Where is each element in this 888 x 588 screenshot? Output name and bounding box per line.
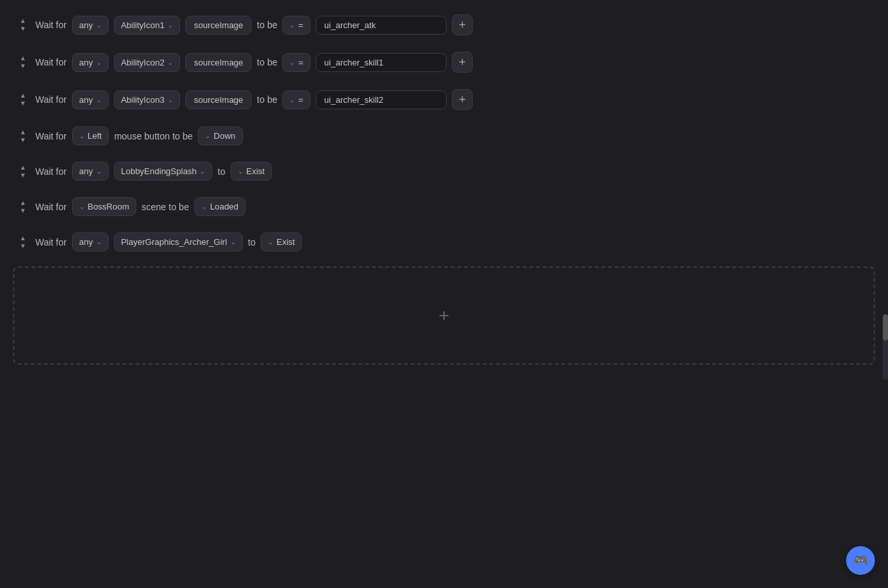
row-1-wait-for-label: Wait for bbox=[35, 20, 67, 30]
row-7-state-value: Exist bbox=[276, 237, 295, 247]
row-2-object-name: AbilityIcon2 bbox=[121, 58, 164, 67]
row-3-wait-for-label: Wait for bbox=[35, 94, 67, 105]
row-2-arrows: ▲ ▼ bbox=[16, 54, 30, 70]
row-2-operator-value: = bbox=[298, 58, 303, 67]
row-4-side-chevron: ⌄ bbox=[79, 132, 84, 139]
row-4-button-state-value: Down bbox=[213, 131, 235, 141]
row-4-button-side-value: Left bbox=[88, 131, 102, 141]
row-3-up[interactable]: ▲ bbox=[18, 92, 28, 100]
row-3-value-input[interactable]: ui_archer_skill2 bbox=[316, 90, 447, 109]
row-7: ▲ ▼ Wait for any ⌄ PlayerGraphics_Archer… bbox=[13, 225, 875, 260]
row-5-arrows: ▲ ▼ bbox=[16, 164, 30, 179]
row-2-operator-pill[interactable]: ⌄ = bbox=[282, 53, 310, 72]
row-5-state-value: Exist bbox=[246, 166, 265, 176]
row-2-qualifier-chevron: ⌄ bbox=[96, 59, 102, 66]
row-7-state-pill[interactable]: ⌄ Exist bbox=[261, 232, 302, 251]
row-3-qualifier-chevron: ⌄ bbox=[96, 96, 102, 103]
row-1-operator-chevron: ⌄ bbox=[289, 22, 295, 29]
row-1-arrows: ▲ ▼ bbox=[16, 17, 30, 33]
row-1-down[interactable]: ▼ bbox=[18, 25, 28, 33]
row-2-up[interactable]: ▲ bbox=[18, 54, 28, 62]
row-7-qualifier-pill[interactable]: any ⌄ bbox=[72, 232, 109, 251]
row-6-scene-name: BossRoom bbox=[88, 202, 130, 211]
row-1-to-be-label: to be bbox=[257, 20, 277, 30]
row-5-to-label: to bbox=[217, 166, 225, 177]
row-7-object-chevron: ⌄ bbox=[231, 238, 236, 246]
row-2-add-btn[interactable]: + bbox=[452, 52, 473, 73]
row-3-operator-pill[interactable]: ⌄ = bbox=[282, 90, 310, 109]
row-3-add-btn[interactable]: + bbox=[452, 89, 473, 110]
row-7-wait-for-label: Wait for bbox=[35, 237, 67, 248]
row-1-up[interactable]: ▲ bbox=[18, 17, 28, 25]
row-7-up[interactable]: ▲ bbox=[18, 234, 28, 242]
row-3-qualifier-value: any bbox=[79, 95, 93, 105]
row-1-operator-value: = bbox=[298, 20, 303, 30]
row-6-wait-for-label: Wait for bbox=[35, 202, 67, 212]
row-3-property: sourceImage bbox=[185, 90, 251, 109]
row-5-qualifier-value: any bbox=[79, 166, 93, 176]
row-4: ▲ ▼ Wait for ⌄ Left mouse button to be ⌄… bbox=[13, 119, 875, 154]
row-5-up[interactable]: ▲ bbox=[18, 164, 28, 172]
row-3-operator-value: = bbox=[298, 95, 303, 105]
row-4-state-chevron: ⌄ bbox=[205, 132, 210, 139]
add-row-area[interactable]: + bbox=[13, 266, 875, 365]
row-4-up[interactable]: ▲ bbox=[18, 128, 28, 136]
conditions-list: ▲ ▼ Wait for any ⌄ AbilityIcon1 ⌄ source… bbox=[0, 0, 888, 378]
row-2-operator-chevron: ⌄ bbox=[289, 59, 295, 66]
row-5-state-pill[interactable]: ⌄ Exist bbox=[231, 162, 272, 181]
row-3-object-name: AbilityIcon3 bbox=[121, 95, 164, 105]
row-5-qualifier-pill[interactable]: any ⌄ bbox=[72, 162, 109, 181]
row-6-loaded-chevron: ⌄ bbox=[202, 203, 207, 210]
row-2-qualifier-pill[interactable]: any ⌄ bbox=[72, 53, 109, 72]
row-1-qualifier-pill[interactable]: any ⌄ bbox=[72, 16, 109, 35]
help-icon: 🎮 bbox=[853, 553, 868, 568]
row-1-add-btn[interactable]: + bbox=[452, 14, 473, 35]
row-5-wait-for-label: Wait for bbox=[35, 166, 67, 177]
row-6-loaded-value: Loaded bbox=[210, 202, 238, 211]
row-4-arrows: ▲ ▼ bbox=[16, 128, 30, 144]
row-2-value-input[interactable]: ui_archer_skill1 bbox=[316, 53, 447, 72]
help-button[interactable]: 🎮 bbox=[846, 546, 875, 575]
row-6-scene-to-be-label: scene to be bbox=[141, 202, 189, 212]
row-1-operator-pill[interactable]: ⌄ = bbox=[282, 16, 310, 35]
row-2-qualifier-value: any bbox=[79, 58, 93, 67]
row-4-button-side-pill[interactable]: ⌄ Left bbox=[72, 126, 109, 145]
row-1-qualifier-chevron: ⌄ bbox=[96, 22, 102, 29]
row-6-down[interactable]: ▼ bbox=[18, 207, 28, 215]
row-6-up[interactable]: ▲ bbox=[18, 199, 28, 207]
row-3-qualifier-pill[interactable]: any ⌄ bbox=[72, 90, 109, 109]
row-3-object-pill[interactable]: AbilityIcon3 ⌄ bbox=[114, 90, 180, 109]
scrollbar-thumb[interactable] bbox=[883, 314, 888, 340]
row-3-arrows: ▲ ▼ bbox=[16, 92, 30, 107]
row-3-down[interactable]: ▼ bbox=[18, 100, 28, 107]
row-2: ▲ ▼ Wait for any ⌄ AbilityIcon2 ⌄ source… bbox=[13, 44, 875, 81]
row-4-middle-text: mouse button to be bbox=[114, 131, 193, 141]
row-5-state-chevron: ⌄ bbox=[238, 168, 243, 175]
row-1: ▲ ▼ Wait for any ⌄ AbilityIcon1 ⌄ source… bbox=[13, 7, 875, 44]
row-2-wait-for-label: Wait for bbox=[35, 57, 67, 67]
row-6: ▲ ▼ Wait for ⌄ BossRoom scene to be ⌄ Lo… bbox=[13, 189, 875, 225]
row-1-value-input[interactable]: ui_archer_atk bbox=[316, 16, 447, 35]
row-4-down[interactable]: ▼ bbox=[18, 136, 28, 144]
row-1-property: sourceImage bbox=[185, 16, 251, 35]
row-7-object-pill[interactable]: PlayerGraphics_Archer_Girl ⌄ bbox=[114, 232, 243, 251]
row-5-down[interactable]: ▼ bbox=[18, 172, 28, 179]
row-1-object-name: AbilityIcon1 bbox=[121, 20, 164, 30]
row-7-to-label: to bbox=[248, 237, 256, 248]
row-7-object-name: PlayerGraphics_Archer_Girl bbox=[121, 237, 227, 247]
row-1-object-chevron: ⌄ bbox=[168, 22, 173, 29]
row-4-button-state-pill[interactable]: ⌄ Down bbox=[198, 126, 242, 145]
row-2-object-pill[interactable]: AbilityIcon2 ⌄ bbox=[114, 53, 180, 72]
row-6-loaded-pill[interactable]: ⌄ Loaded bbox=[194, 197, 246, 216]
row-3-operator-chevron: ⌄ bbox=[289, 96, 295, 103]
row-3-to-be-label: to be bbox=[257, 94, 277, 105]
row-2-down[interactable]: ▼ bbox=[18, 62, 28, 70]
row-5-object-pill[interactable]: LobbyEndingSplash ⌄ bbox=[114, 162, 213, 181]
row-6-scene-pill[interactable]: ⌄ BossRoom bbox=[72, 197, 137, 216]
row-7-down[interactable]: ▼ bbox=[18, 242, 28, 250]
row-2-property: sourceImage bbox=[185, 53, 251, 72]
scrollbar-track[interactable] bbox=[883, 314, 888, 380]
row-1-object-pill[interactable]: AbilityIcon1 ⌄ bbox=[114, 16, 180, 35]
row-7-arrows: ▲ ▼ bbox=[16, 234, 30, 250]
row-3: ▲ ▼ Wait for any ⌄ AbilityIcon3 ⌄ source… bbox=[13, 81, 875, 119]
